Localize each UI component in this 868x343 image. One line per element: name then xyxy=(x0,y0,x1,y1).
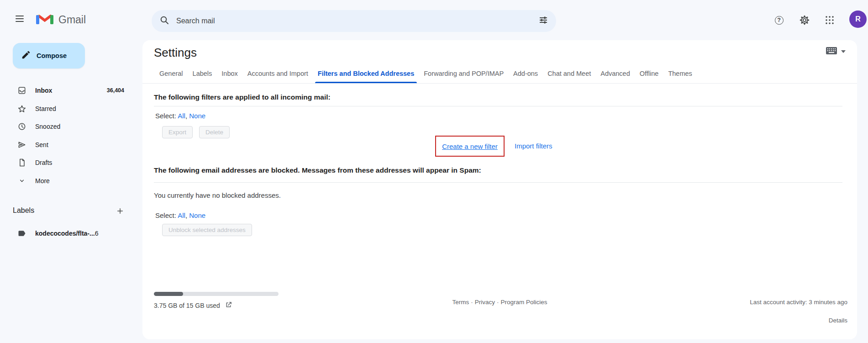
sidebar-item-label: Drafts xyxy=(35,159,124,166)
add-label-icon[interactable] xyxy=(115,206,126,216)
keyboard-icon xyxy=(826,47,837,57)
create-new-filter-link[interactable]: Create a new filter xyxy=(442,142,498,150)
top-bar: Gmail ? xyxy=(0,0,868,40)
help-icon[interactable]: ? xyxy=(771,12,787,28)
comma: , xyxy=(185,112,187,120)
sidebar-item-label: Inbox xyxy=(35,87,107,94)
search-icon[interactable] xyxy=(159,15,170,27)
tab-inbox[interactable]: Inbox xyxy=(221,64,237,83)
last-account-activity: Last account activity: 3 minutes ago xyxy=(750,299,847,306)
pencil-icon xyxy=(21,50,31,62)
filters-select-row: Select: All, None xyxy=(155,112,205,120)
storage-progress-bar xyxy=(154,292,279,296)
sidebar-item-drafts[interactable]: Drafts xyxy=(5,153,132,171)
label-count: 6 xyxy=(95,230,99,237)
select-label: Select: xyxy=(155,112,176,120)
blocked-section-heading: The following email addresses are blocke… xyxy=(154,166,481,174)
terms-link[interactable]: Terms xyxy=(452,299,469,306)
tabs-divider xyxy=(142,83,857,84)
select-label: Select: xyxy=(155,211,176,219)
unblock-selected-button[interactable]: Unblock selected addresses xyxy=(162,224,252,236)
sidebar-label-name: kodecocodes/flta-... xyxy=(35,230,95,237)
tab-forwarding-and-pop-imap[interactable]: Forwarding and POP/IMAP xyxy=(424,64,504,83)
tab-chat-and-meet[interactable]: Chat and Meet xyxy=(547,64,591,83)
inbox-count: 36,404 xyxy=(107,87,124,94)
filters-section-heading: The following filters are applied to all… xyxy=(154,93,331,101)
avatar[interactable]: R xyxy=(849,11,867,28)
tab-accounts-and-import[interactable]: Accounts and Import xyxy=(247,64,308,83)
main-menu-icon[interactable] xyxy=(14,13,26,25)
search-bar[interactable] xyxy=(152,10,556,32)
gmail-m-icon xyxy=(36,12,54,27)
clock-icon xyxy=(17,122,26,131)
storage-progress-fill xyxy=(154,292,183,296)
sidebar-item-starred[interactable]: Starred xyxy=(5,100,132,117)
no-blocked-addresses-message: You currently have no blocked addresses. xyxy=(154,191,281,199)
search-options-icon[interactable] xyxy=(538,15,549,27)
import-filters-link[interactable]: Import filters xyxy=(515,142,552,150)
select-all-link[interactable]: All xyxy=(178,211,185,219)
sidebar-item-more[interactable]: More xyxy=(5,172,132,190)
compose-label: Compose xyxy=(37,52,67,59)
input-tools-toggle[interactable] xyxy=(826,47,846,57)
tab-themes[interactable]: Themes xyxy=(668,64,692,83)
settings-gear-icon[interactable] xyxy=(796,12,813,28)
select-none-link[interactable]: None xyxy=(189,211,205,219)
select-none-link[interactable]: None xyxy=(189,112,205,120)
comma: , xyxy=(185,211,187,219)
filters-buttons: Export Delete xyxy=(162,126,230,138)
create-filter-highlight-box: Create a new filter xyxy=(435,136,505,157)
delete-button[interactable]: Delete xyxy=(199,126,230,138)
blocked-buttons: Unblock selected addresses xyxy=(162,224,252,236)
draft-file-icon xyxy=(17,158,26,167)
tab-offline[interactable]: Offline xyxy=(640,64,659,83)
input-tools-caret-icon xyxy=(841,50,846,53)
privacy-link[interactable]: Privacy xyxy=(475,299,495,306)
google-apps-grid-icon[interactable] xyxy=(821,12,838,28)
compose-button[interactable]: Compose xyxy=(13,43,85,69)
settings-tabs: General Labels Inbox Accounts and Import… xyxy=(159,64,692,83)
program-policies-link[interactable]: Program Policies xyxy=(500,299,547,306)
sidebar-item-label: More xyxy=(35,177,124,185)
sidebar-item-inbox[interactable]: Inbox 36,404 xyxy=(5,81,132,99)
tab-general[interactable]: General xyxy=(159,64,183,83)
blocked-select-row: Select: All, None xyxy=(155,211,205,219)
tab-filters-and-blocked-addresses[interactable]: Filters and Blocked Addresses xyxy=(318,64,414,83)
sidebar-item-snoozed[interactable]: Snoozed xyxy=(5,117,132,135)
star-icon xyxy=(17,104,26,113)
section-divider xyxy=(154,182,842,183)
inbox-icon xyxy=(17,86,26,95)
separator: · xyxy=(469,299,475,306)
sidebar-item-sent[interactable]: Sent xyxy=(5,136,132,153)
tab-labels[interactable]: Labels xyxy=(193,64,212,83)
section-divider xyxy=(154,106,842,106)
page-title: Settings xyxy=(154,46,197,60)
sidebar-item-label: Sent xyxy=(35,141,124,148)
labels-heading: Labels xyxy=(13,206,34,215)
separator: · xyxy=(495,299,501,306)
select-all-link[interactable]: All xyxy=(178,112,185,120)
search-input[interactable] xyxy=(176,17,538,25)
tab-advanced[interactable]: Advanced xyxy=(600,64,630,83)
sidebar-item-label: Snoozed xyxy=(35,123,124,130)
export-button[interactable]: Export xyxy=(162,126,193,138)
details-link[interactable]: Details xyxy=(829,317,847,324)
label-tag-icon xyxy=(17,229,26,238)
tab-add-ons[interactable]: Add-ons xyxy=(513,64,538,83)
chevron-down-icon xyxy=(17,176,26,185)
send-icon xyxy=(17,140,26,149)
sidebar-label-kodecocodes[interactable]: kodecocodes/flta-... 6 xyxy=(5,225,132,242)
gmail-wordmark: Gmail xyxy=(58,14,86,26)
settings-panel: Settings General Labels Inbox Accounts a… xyxy=(142,40,857,339)
sidebar-item-label: Starred xyxy=(35,105,124,112)
gmail-logo: Gmail xyxy=(36,12,86,27)
